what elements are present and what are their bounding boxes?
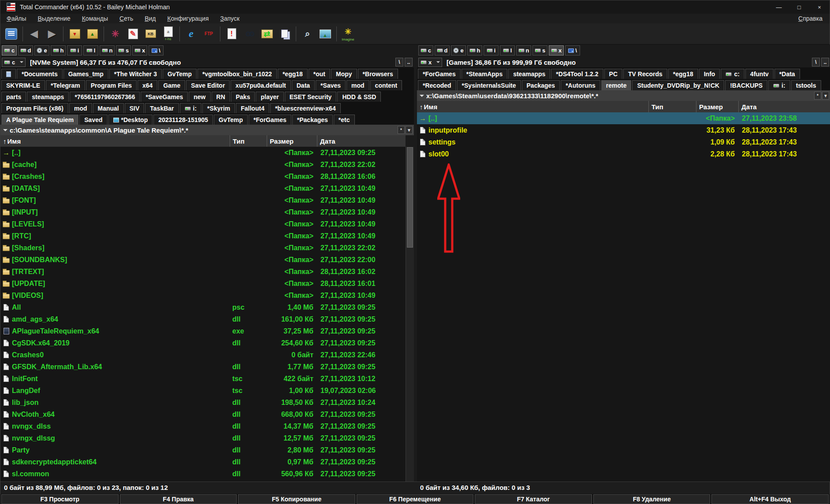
imagine-button[interactable]: ✳Imagine <box>340 25 356 43</box>
tab-steamapps[interactable]: steamapps <box>27 92 69 102</box>
explorer-button[interactable]: e <box>183 25 199 43</box>
tab--egg18[interactable]: *egg18 <box>668 69 698 79</box>
column-header-type[interactable]: Тип <box>648 101 696 112</box>
menu-item-вид[interactable]: Вид <box>145 15 156 22</box>
tab-c-[interactable]: c: <box>721 69 744 79</box>
right-root-dir-button[interactable]: \ <box>812 58 820 67</box>
left-scrollbar[interactable] <box>406 147 414 482</box>
left-scrollbar-thumb[interactable] <box>407 147 413 248</box>
tab-mod[interactable]: mod <box>69 103 92 113</box>
fn-button-f6[interactable]: F6 Перемещение <box>357 494 474 504</box>
drive-button-right-n[interactable]: n <box>516 45 531 56</box>
tab-rn[interactable]: RN <box>212 92 230 102</box>
left-history-button[interactable]: ▼ <box>406 126 413 134</box>
tab-new[interactable]: new <box>189 92 210 102</box>
file-row[interactable]: InitFonttsc422 байт27,11,2023 10:12 <box>0 373 406 385</box>
tab--backups[interactable]: !BACKUPS <box>725 80 767 90</box>
drive-button-right-i[interactable]: i <box>484 45 499 56</box>
tab-tv-records[interactable]: TV Records <box>623 69 667 79</box>
folder-row[interactable]: [UPDATE]<Папка>28,11,2023 16:01 <box>0 278 406 289</box>
tab--76561197960267366[interactable]: *76561197960267366 <box>70 92 140 102</box>
file-row[interactable]: sdkencryptedappticket64dll0,97 Мб27,11,2… <box>0 456 406 468</box>
tab--skyrim[interactable]: *Skyrim <box>202 103 235 113</box>
drive-button-left-h[interactable]: h <box>51 45 66 56</box>
file-row[interactable]: LangDeftsc1,00 Кб19,07,2023 02:06 <box>0 385 406 397</box>
tab--out[interactable]: *out <box>309 69 330 79</box>
tab-parts[interactable]: parts <box>1 92 26 102</box>
tab-steamapps[interactable]: steamapps <box>508 69 550 79</box>
tab--packages[interactable]: *Packages <box>292 115 333 125</box>
file-row[interactable]: Partydll2,80 Мб27,11,2023 09:25 <box>0 444 406 456</box>
column-header-date[interactable]: Дата <box>738 101 830 112</box>
tab--etc[interactable]: *etc <box>334 115 355 125</box>
drive-button-left-c[interactable]: c <box>2 45 17 56</box>
folder-row[interactable]: [LEVELS]<Папка>27,11,2023 10:49 <box>0 218 406 230</box>
tab-paks[interactable]: Paks <box>231 92 255 102</box>
column-header-size[interactable]: Размер <box>696 101 738 112</box>
tab--bluescreenview-x64[interactable]: *bluescreenview-x64 <box>270 103 341 113</box>
tab-saved[interactable]: Saved <box>79 115 107 125</box>
tab--steamapps[interactable]: *SteamApps <box>462 69 507 79</box>
drive-button-right-c[interactable]: c <box>418 45 433 56</box>
folder-row[interactable]: [Crashes]<Папка>28,11,2023 16:06 <box>0 170 406 182</box>
column-header-size[interactable]: Размер <box>267 135 317 147</box>
drive-button-left-e[interactable]: e <box>34 45 49 56</box>
file-row[interactable]: nvngx_dlssgdll12,57 Мб27,11,2023 09:25 <box>0 432 406 444</box>
tab-program-files[interactable]: Program Files <box>86 80 137 90</box>
drive-button-left-i[interactable]: i <box>67 45 82 56</box>
tab-taskbar[interactable]: TaskBar <box>145 103 179 113</box>
folder-row[interactable]: [SOUNDBANKS]<Папка>27,11,2023 22:00 <box>0 254 406 266</box>
left-path-bar[interactable]: c:\Games\steamapps\common\A Plague Tale … <box>0 125 414 135</box>
drive-button-left-s[interactable]: s <box>116 45 131 56</box>
tab-mod[interactable]: mod <box>346 80 369 90</box>
tab-skyrim-le[interactable]: SKYRIM-LE <box>1 80 45 90</box>
tab-mopy[interactable]: Mopy <box>331 69 357 79</box>
column-header-date[interactable]: Дата <box>317 135 405 147</box>
column-header-name[interactable]: ↑Имя <box>0 135 230 147</box>
left-parent-dir-button[interactable]: .. <box>405 58 413 67</box>
file-row[interactable]: lib_jsondll198,50 Кб27,11,2023 10:24 <box>0 397 406 408</box>
tab-tstools[interactable]: tstools <box>791 80 821 90</box>
folder-row[interactable]: [VIDEOS]<Папка>27,11,2023 10:49 <box>0 289 406 301</box>
file-row[interactable]: inputprofile31,23 Кб28,11,2023 17:43 <box>417 124 830 136</box>
ftp-button[interactable]: FTP <box>201 25 217 43</box>
drive-button-right-network[interactable]: \ <box>565 45 580 56</box>
test-archive-button[interactable]: ✳ <box>107 25 123 43</box>
lister-button[interactable]: ⌕ <box>299 25 316 43</box>
left-favorites-button[interactable]: * <box>398 126 405 134</box>
tab-pc[interactable]: PC <box>604 69 622 79</box>
tab--savegames[interactable]: *SaveGames <box>141 92 188 102</box>
folder-row[interactable]: [DATAS]<Папка>27,11,2023 10:49 <box>0 182 406 194</box>
drive-button-right-h[interactable]: h <box>467 45 482 56</box>
parent-dir-row[interactable]: [..]<Папка>27,11,2023 09:25 <box>0 147 406 159</box>
edit-file-button[interactable]: ✎ <box>125 25 141 43</box>
folder-row[interactable]: [RTC]<Папка>27,11,2023 10:49 <box>0 230 406 242</box>
menu-item-файлы[interactable]: Файлы <box>7 15 26 22</box>
folder-row[interactable]: [INPUT]<Папка>27,11,2023 10:49 <box>0 206 406 218</box>
menu-item-сеть[interactable]: Сеть <box>119 15 133 22</box>
drive-button-left-x[interactable]: x <box>132 45 147 56</box>
forward-button[interactable]: ▶ <box>44 25 60 43</box>
menu-item-конфигурация[interactable]: Конфигурация <box>167 15 209 22</box>
fn-button-f3[interactable]: F3 Просмотр <box>1 494 119 504</box>
tab-gvtemp[interactable]: GvTemp <box>214 115 248 125</box>
file-row[interactable]: GFSDK_Aftermath_Lib.x64dll1,77 Мб27,11,2… <box>0 361 406 373</box>
file-row[interactable]: APlagueTaleRequiem_x64exe37,25 Мб27,11,2… <box>0 325 406 337</box>
tab-player[interactable]: player <box>256 92 283 102</box>
tab-packages[interactable]: Packages <box>522 80 560 90</box>
maximize-button[interactable]: □ <box>789 0 809 14</box>
tab--vgmtoolbox-bin-r1022[interactable]: *vgmtoolbox_bin_r1022 <box>197 69 277 79</box>
calc-space-button[interactable]: KB <box>142 25 159 43</box>
tab--autoruns[interactable]: *Autoruns <box>561 80 600 90</box>
tab--browsers[interactable]: *Browsers <box>358 69 398 79</box>
file-row[interactable]: sl.commondll560,96 Кб27,11,2023 09:25 <box>0 468 406 480</box>
tab--forgames[interactable]: *ForGames <box>418 69 461 79</box>
file-row[interactable]: nvngx_dlssdll14,37 Мб27,11,2023 09:25 <box>0 420 406 432</box>
drive-button-left-l[interactable]: l <box>83 45 98 56</box>
file-row[interactable]: settings1,09 Кб28,11,2023 17:43 <box>417 136 830 148</box>
file-row[interactable]: Allpsc1,40 Мб27,11,2023 09:25 <box>0 301 406 313</box>
back-button[interactable]: ◀ <box>26 25 42 43</box>
tab--egg18[interactable]: *egg18 <box>278 69 308 79</box>
file-row[interactable]: amd_ags_x64dll161,00 Кб27,11,2023 09:25 <box>0 313 406 325</box>
drive-button-right-l[interactable]: l <box>500 45 515 56</box>
